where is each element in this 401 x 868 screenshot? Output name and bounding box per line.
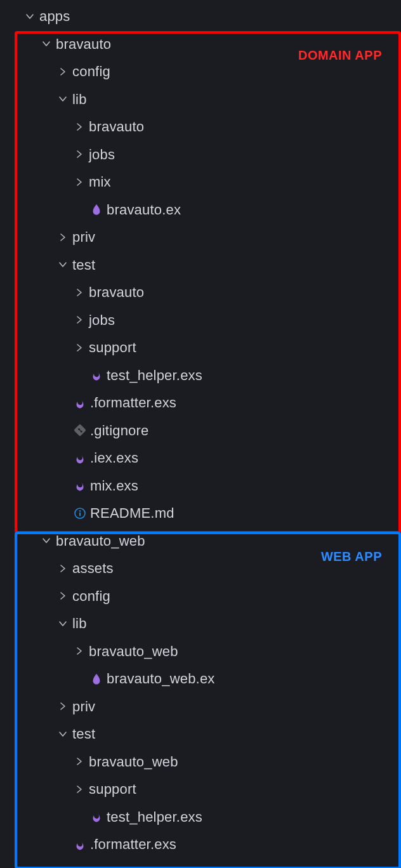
chevron-right-icon[interactable] <box>71 287 88 298</box>
tree-row[interactable]: bravauto <box>0 279 401 306</box>
folder-label: jobs <box>88 306 115 334</box>
tree-row[interactable]: priv <box>0 693 401 721</box>
chevron-right-icon[interactable] <box>71 315 88 325</box>
chevron-down-icon[interactable] <box>38 39 55 49</box>
tree-row[interactable]: README.md <box>0 499 401 527</box>
chevron-right-icon[interactable] <box>55 232 71 242</box>
chevron-right-icon[interactable] <box>55 591 71 601</box>
tree-row[interactable]: bravauto_web.ex <box>0 665 401 693</box>
folder-label: jobs <box>88 141 115 169</box>
chevron-right-icon[interactable] <box>71 784 88 794</box>
tree-row[interactable]: .formatter.exs <box>0 831 401 858</box>
elixir-script-icon <box>88 369 105 381</box>
tree-row[interactable]: bravauto <box>0 30 401 58</box>
tree-row[interactable]: bravauto_web <box>0 638 401 666</box>
tree-row[interactable]: lib <box>0 86 401 114</box>
chevron-down-icon[interactable] <box>38 536 55 546</box>
tree-row[interactable]: jobs <box>0 306 401 334</box>
folder-label: support <box>88 334 136 362</box>
tree-row[interactable]: test <box>0 251 401 279</box>
folder-label: mix <box>88 168 111 196</box>
chevron-right-icon[interactable] <box>71 177 88 187</box>
info-icon <box>71 507 89 520</box>
tree-row[interactable]: test_helper.exs <box>0 803 401 831</box>
folder-label: apps <box>38 3 70 30</box>
elixir-script-icon <box>71 479 89 492</box>
folder-label: bravauto_web <box>88 748 178 776</box>
folder-label: bravauto_web <box>55 527 145 555</box>
folder-label: bravauto <box>88 279 144 306</box>
file-label: .iex.exs <box>89 444 138 472</box>
chevron-down-icon[interactable] <box>55 260 71 270</box>
elixir-script-icon <box>71 838 89 851</box>
chevron-down-icon[interactable] <box>55 729 71 739</box>
file-label: bravauto_web.ex <box>105 665 215 693</box>
folder-label: priv <box>71 693 95 721</box>
chevron-down-icon[interactable] <box>55 619 71 629</box>
tree-row[interactable]: assets <box>0 555 401 582</box>
chevron-down-icon[interactable] <box>55 94 71 104</box>
chevron-down-icon[interactable] <box>22 11 38 22</box>
chevron-right-icon[interactable] <box>55 563 71 574</box>
file-label: test_helper.exs <box>105 362 202 390</box>
folder-label: lib <box>71 610 87 638</box>
tree-row[interactable]: .iex.exs <box>0 444 401 472</box>
folder-label: support <box>88 775 136 803</box>
tree-row[interactable]: bravauto <box>0 113 401 141</box>
tree-row[interactable]: mix <box>0 168 401 196</box>
folder-label: config <box>71 582 110 610</box>
chevron-right-icon[interactable] <box>71 756 88 766</box>
tree-row[interactable]: support <box>0 334 401 362</box>
elixir-script-icon <box>88 810 105 823</box>
folder-label: lib <box>71 86 87 114</box>
folder-label: assets <box>71 555 114 582</box>
elixir-script-icon <box>71 452 89 464</box>
chevron-right-icon[interactable] <box>71 343 88 353</box>
chevron-right-icon[interactable] <box>71 646 88 656</box>
file-label: test_helper.exs <box>105 803 202 831</box>
chevron-right-icon[interactable] <box>71 122 88 132</box>
file-explorer-tree: appsbravautoconfiglibbravautojobsmixbrav… <box>0 0 401 858</box>
file-label: .gitignore <box>89 417 149 445</box>
svg-point-4 <box>79 510 81 511</box>
tree-row[interactable]: priv <box>0 223 401 251</box>
chevron-right-icon[interactable] <box>71 149 88 159</box>
tree-row[interactable]: jobs <box>0 141 401 169</box>
tree-row[interactable]: .gitignore <box>0 417 401 445</box>
tree-row[interactable]: bravauto_web <box>0 748 401 776</box>
file-label: .formatter.exs <box>89 831 176 858</box>
file-label: bravauto.ex <box>105 196 181 224</box>
tree-row[interactable]: test <box>0 720 401 748</box>
folder-label: bravauto_web <box>88 638 178 666</box>
elixir-file-icon <box>88 673 105 685</box>
folder-label: test <box>71 720 95 748</box>
tree-row[interactable]: test_helper.exs <box>0 362 401 390</box>
tree-row[interactable]: .formatter.exs <box>0 389 401 417</box>
tree-row[interactable]: config <box>0 582 401 610</box>
tree-row[interactable]: bravauto.ex <box>0 196 401 224</box>
file-label: mix.exs <box>89 472 138 500</box>
folder-label: bravauto <box>88 113 144 141</box>
file-label: README.md <box>89 499 174 527</box>
tree-row[interactable]: lib <box>0 610 401 638</box>
tree-row[interactable]: apps <box>0 3 401 30</box>
folder-label: test <box>71 251 95 279</box>
chevron-right-icon[interactable] <box>55 67 71 77</box>
tree-row[interactable]: mix.exs <box>0 472 401 500</box>
elixir-file-icon <box>88 203 105 216</box>
tree-row[interactable]: support <box>0 775 401 803</box>
elixir-script-icon <box>71 397 89 409</box>
chevron-right-icon[interactable] <box>55 701 71 711</box>
folder-label: config <box>71 58 110 86</box>
folder-label: bravauto <box>55 30 111 58</box>
svg-rect-5 <box>79 512 81 516</box>
tree-row[interactable]: bravauto_web <box>0 527 401 555</box>
folder-label: priv <box>71 223 95 251</box>
file-label: .formatter.exs <box>89 389 176 417</box>
tree-row[interactable]: config <box>0 58 401 86</box>
gitignore-icon <box>71 424 89 437</box>
